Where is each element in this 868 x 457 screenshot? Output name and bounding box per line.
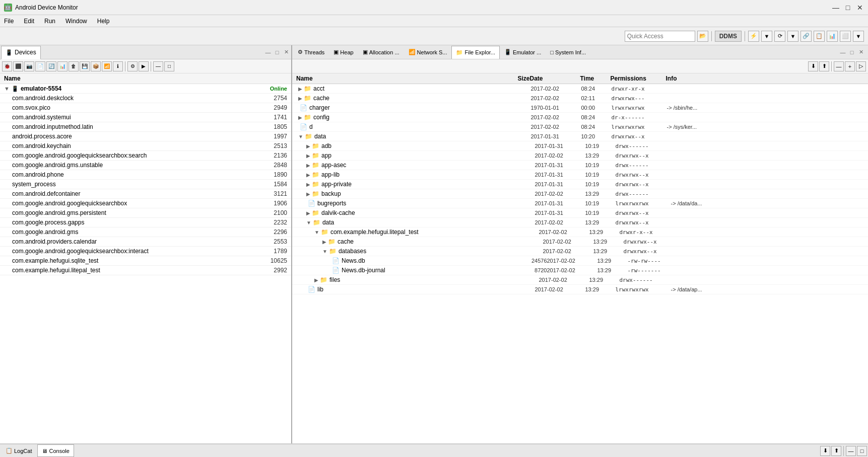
fe-more-btn[interactable]: ▷	[856, 61, 866, 71]
table-row[interactable]: 📄 lib 2017-02-02 13:29 lrwxrwxrwx -> /da…	[292, 285, 868, 294]
tab-heap[interactable]: ▣ Heap	[329, 45, 358, 59]
table-row[interactable]: ▶ 📁 app-lib 2017-01-31 10:19 drwxrwx--x	[292, 170, 868, 180]
bottom-btn2[interactable]: ⬆	[831, 446, 841, 456]
toolbar-btn5[interactable]: 🔗	[800, 31, 812, 42]
tab-sysinfo[interactable]: □ System Inf...	[546, 45, 590, 59]
left-panel-max-btn[interactable]: □	[273, 48, 281, 56]
fe-push-btn[interactable]: ⬆	[819, 61, 829, 71]
left-panel-close-btn[interactable]: ✕	[282, 48, 290, 56]
list-item[interactable]: android.process.acore1997	[0, 132, 291, 141]
list-item[interactable]: com.android.deskclock2754	[0, 94, 291, 103]
list-item[interactable]: com.example.hefugui.sqlite_test10625	[0, 256, 291, 266]
list-item[interactable]: com.google.android.gms.persistent2100	[0, 208, 291, 218]
list-item[interactable]: com.google.process.gapps2232	[0, 218, 291, 227]
right-panel-min-btn[interactable]: —	[839, 48, 847, 56]
table-row[interactable]: ▼ 📁 data 2017-01-31 10:20 drwxrwx--x	[292, 132, 868, 141]
list-item[interactable]: com.google.android.gms2296	[0, 227, 291, 237]
table-row[interactable]: ▶ 📁 adb 2017-01-31 10:19 drwx------	[292, 141, 868, 151]
table-row[interactable]: ▶ 📁 cache 2017-02-02 02:11 drwxrwx---	[292, 94, 868, 103]
menu-help[interactable]: Help	[95, 17, 112, 26]
toolbar-btn2[interactable]: ▼	[761, 31, 772, 42]
table-row[interactable]: 📄 News.db-journal 8720 2017-02-02 13:29 …	[292, 266, 868, 275]
tab-devices[interactable]: 📱 Devices	[1, 46, 41, 59]
minimize-button[interactable]: —	[832, 4, 840, 12]
trace-btn[interactable]: ▶	[139, 61, 149, 71]
bottom-min-btn[interactable]: —	[846, 446, 856, 456]
list-item[interactable]: com.svox.pico2949	[0, 103, 291, 113]
bottom-btn1[interactable]: ⬇	[820, 446, 830, 456]
table-row[interactable]: 📄 News.db 24576 2017-02-02 13:29 -rw-rw-…	[292, 256, 868, 266]
network-btn[interactable]: 📶	[102, 61, 112, 71]
list-item[interactable]: system_process1584	[0, 180, 291, 189]
table-row[interactable]: 📄 bugreports 2017-01-31 10:19 lrwxrwxrwx…	[292, 199, 868, 208]
table-row[interactable]: ▶ 📁 acct 2017-02-02 08:24 drwxr-xr-x	[292, 84, 868, 94]
alloc-btn[interactable]: 📦	[91, 61, 101, 71]
menu-edit[interactable]: Edit	[22, 17, 36, 26]
devices-list[interactable]: Name ▼ 📱 emulator-5554 Online com.androi…	[0, 73, 291, 443]
table-row[interactable]: ▶ 📁 app 2017-02-02 13:29 drwxrwx--x	[292, 151, 868, 161]
maximize-button[interactable]: □	[844, 4, 852, 12]
table-row[interactable]: ▶ 📁 backup 2017-02-02 13:29 drwx------	[292, 189, 868, 199]
right-panel-close-btn[interactable]: ✕	[857, 48, 865, 56]
fe-pull-btn[interactable]: ⬇	[808, 61, 818, 71]
screenshot-btn[interactable]: 📷	[24, 61, 34, 71]
list-item[interactable]: com.android.systemui1741	[0, 113, 291, 122]
toolbar-btn8[interactable]: ⬜	[840, 31, 851, 42]
update-threads-btn[interactable]: 🔄	[46, 61, 56, 71]
device-emulator-5554[interactable]: ▼ 📱 emulator-5554 Online	[0, 84, 291, 94]
table-row[interactable]: ▶ 📁 dalvik-cache 2017-01-31 10:19 drwxrw…	[292, 208, 868, 218]
menu-run[interactable]: Run	[42, 17, 57, 26]
file-table[interactable]: Name Size Date Time Permissions Info ▶ 📁…	[292, 73, 868, 443]
list-item[interactable]: com.example.hefugui.litepal_test2992	[0, 266, 291, 275]
table-row[interactable]: ▼ 📁 databases 2017-02-02 13:29 drwxrwx--…	[292, 247, 868, 256]
list-item[interactable]: com.google.android.googlequicksearchbox1…	[0, 199, 291, 208]
list-item[interactable]: com.android.inputmethod.latin1805	[0, 122, 291, 132]
hprof-btn[interactable]: 💾	[80, 61, 90, 71]
toolbar-btn7[interactable]: 📊	[827, 31, 838, 42]
toolbar-btn9[interactable]: ▼	[853, 31, 864, 42]
max-btn[interactable]: □	[164, 61, 174, 71]
list-item[interactable]: com.android.defcontainer3121	[0, 189, 291, 199]
quick-access-input[interactable]	[625, 31, 695, 42]
toolbar-btn4[interactable]: ▼	[787, 31, 798, 42]
sysinfo-btn[interactable]: ℹ	[113, 61, 123, 71]
gc-btn[interactable]: 🗑	[69, 61, 79, 71]
update-heap-btn[interactable]: 📊	[57, 61, 68, 71]
list-item[interactable]: com.google.android.gms.unstable2848	[0, 161, 291, 170]
close-button[interactable]: ✕	[856, 4, 864, 12]
table-row[interactable]: ▶ 📁 config 2017-02-02 08:24 dr-x------	[292, 113, 868, 122]
tab-allocation[interactable]: ▣ Allocation ...	[358, 45, 404, 59]
right-panel-max-btn[interactable]: □	[848, 48, 856, 56]
list-item[interactable]: com.android.keychain2513	[0, 141, 291, 151]
dump-btn[interactable]: 📄	[35, 61, 45, 71]
fe-delete-btn[interactable]: —	[834, 61, 844, 71]
list-item[interactable]: com.android.phone1890	[0, 170, 291, 180]
toolbar-open-btn[interactable]: 📂	[697, 31, 708, 42]
list-item[interactable]: com.google.android.googlequicksearchbox:…	[0, 151, 291, 161]
table-row[interactable]: ▼ 📁 com.example.hefugui.litepal_test 201…	[292, 227, 868, 237]
bottom-max-btn[interactable]: □	[857, 446, 867, 456]
stop-btn[interactable]: ⬛	[13, 61, 23, 71]
tab-file-explorer[interactable]: 📁 File Explor...	[451, 46, 500, 59]
debug-btn[interactable]: 🐞	[2, 61, 12, 71]
tab-network[interactable]: 📶 Network S...	[404, 45, 452, 59]
table-row[interactable]: ▶ 📁 app-private 2017-01-31 10:19 drwxrwx…	[292, 180, 868, 189]
min-btn[interactable]: —	[153, 61, 163, 71]
menu-window[interactable]: Window	[63, 17, 89, 26]
tab-logcat[interactable]: 📋 LogCat	[1, 444, 36, 457]
tab-emulator[interactable]: 📱 Emulator ...	[500, 45, 546, 59]
thread-update-btn[interactable]: ⚙	[127, 61, 138, 71]
table-row[interactable]: ▶ 📁 app-asec 2017-01-31 10:19 drwx------	[292, 161, 868, 170]
list-item[interactable]: com.google.android.googlequicksearchbox:…	[0, 247, 291, 256]
fe-add-btn[interactable]: +	[845, 61, 855, 71]
menu-file[interactable]: File	[2, 17, 16, 26]
toolbar-btn3[interactable]: ⟳	[774, 31, 785, 42]
toolbar-btn6[interactable]: 📋	[814, 31, 825, 42]
table-row[interactable]: ▶ 📁 cache 2017-02-02 13:29 drwxrwx--x	[292, 237, 868, 247]
list-item[interactable]: com.android.providers.calendar2553	[0, 237, 291, 247]
left-panel-min-btn[interactable]: —	[264, 48, 272, 56]
table-row[interactable]: 📄 d 2017-02-02 08:24 lrwxrwxrwx -> /sys/…	[292, 122, 868, 132]
table-row[interactable]: ▶ 📁 files 2017-02-02 13:29 drwx------	[292, 275, 868, 285]
tab-threads[interactable]: ⚙ Threads	[293, 45, 329, 59]
table-row[interactable]: 📄 charger 1970-01-01 00:00 lrwxrwxrwx ->…	[292, 103, 868, 113]
